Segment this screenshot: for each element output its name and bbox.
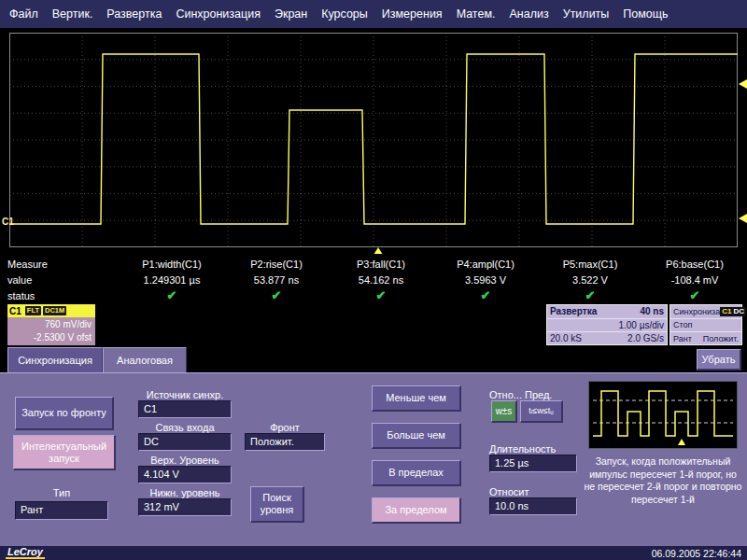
menu-vertical[interactable]: Вертик. — [52, 7, 93, 21]
trigger-type-select[interactable]: Рант — [15, 501, 108, 520]
coupling-badge: DC1M — [43, 306, 66, 315]
duration-label: Длительность — [489, 443, 556, 455]
menu-file[interactable]: Файл — [9, 7, 38, 21]
menu-cursors[interactable]: Курсоры — [321, 7, 368, 21]
width-sigma-button[interactable]: w±s — [491, 400, 517, 423]
measure-param: P1:width(C1) — [120, 256, 224, 272]
type-label: Тип — [15, 487, 108, 498]
greater-than-button[interactable]: Больше чем — [372, 423, 461, 449]
status-check-icon: ✔ — [433, 287, 538, 303]
duration-input[interactable]: 1.25 µs — [489, 455, 577, 472]
oscilloscope-screen: Файл Вертик. Развертка Синхронизация Экр… — [0, 0, 747, 560]
find-level-button[interactable]: Поиск уровня — [250, 486, 304, 523]
status-check-icon: ✔ — [329, 287, 433, 303]
trigger-coupling: DC — [733, 307, 744, 316]
in-range-button[interactable]: В пределах — [372, 460, 461, 486]
timebase-rate: 2.0 GS/s — [627, 333, 664, 343]
edge-trigger-button[interactable]: Запуск по фронту — [15, 397, 114, 430]
out-of-range-button[interactable]: За пределом — [372, 497, 461, 524]
timebase-scale: 1.00 µs/div — [618, 320, 664, 330]
relative-mode-label: Отно... — [489, 389, 525, 400]
source-label: Источник синхр. — [136, 389, 233, 400]
measure-param: P6:base(C1) — [642, 256, 747, 272]
timebase-descriptor[interactable]: Развертка 40 ns 1.00 µs/div 20.0 kS 2.0 … — [546, 304, 668, 345]
channel-scale: 760 mV/div — [7, 318, 92, 331]
trigger-preview-box — [588, 381, 738, 449]
timebase-samples: 20.0 kS — [550, 333, 582, 343]
channel-descriptor-body: 760 mV/div -2.5300 V ofst — [7, 317, 95, 345]
channel-descriptor-header: C1 FLT DC1M — [7, 304, 95, 317]
width-range-button[interactable]: tₗ≤w≤tᵤ — [520, 400, 563, 423]
upper-level-input[interactable]: 4.104 V — [138, 466, 232, 483]
menu-display[interactable]: Экран — [275, 7, 307, 21]
measure-value: 3.5963 V — [433, 272, 538, 287]
menu-help[interactable]: Помощь — [623, 7, 668, 21]
runt-trigger-diagram — [589, 382, 737, 448]
menu-trigger[interactable]: Синхронизация — [176, 7, 261, 21]
measure-panel: Measure P1:width(C1) P2:rise(C1) P3:fall… — [0, 254, 747, 302]
coupling-select[interactable]: DC — [138, 433, 232, 451]
smart-trigger-button[interactable]: Интелектуальный запуск — [13, 435, 116, 470]
c1-trace — [9, 54, 738, 224]
measure-value: -108.4 mV — [642, 272, 747, 287]
status-bar: LeCroy 06.09.2005 22:46:44 — [0, 546, 747, 560]
menu-math[interactable]: Матем. — [457, 7, 496, 21]
status-check-icon: ✔ — [120, 287, 224, 303]
measure-value: 54.162 ns — [329, 272, 433, 287]
menu-measure[interactable]: Измерения — [382, 7, 443, 21]
value-row-label: value — [0, 272, 120, 287]
range-mode-label: Пред. — [525, 389, 564, 400]
timebase-delay: 40 ns — [640, 306, 664, 316]
menu-timebase[interactable]: Развертка — [106, 7, 162, 21]
trigger-type: Рант — [673, 334, 692, 343]
slope-label: Фронт — [245, 422, 325, 433]
trigger-descriptor[interactable]: Синхрониза C1 DC Стоп Рант Положит. — [669, 304, 742, 345]
measure-param: P5:max(C1) — [538, 256, 642, 272]
graticule — [9, 33, 738, 247]
trigger-slope: Положит. — [703, 334, 739, 343]
channel-descriptor[interactable]: C1 FLT DC1M 760 mV/div -2.5300 V ofst — [7, 304, 95, 345]
trigger-source-chip: C1 DC — [720, 307, 746, 316]
channel-offset: -2.5300 V ofst — [7, 331, 92, 344]
lower-level-label: Нижн. уровень — [136, 487, 233, 498]
upper-threshold-marker[interactable] — [739, 79, 747, 89]
channel-name: C1 — [9, 306, 21, 316]
lecroy-logo: LeCroy — [6, 547, 45, 559]
filter-badge: FLT — [25, 306, 41, 315]
measure-param: P4:ampl(C1) — [433, 256, 538, 272]
tab-trigger[interactable]: Синхронизация — [7, 347, 103, 372]
channel-position-marker[interactable]: C1 — [2, 217, 14, 227]
upper-level-label: Верх. Уровень — [136, 455, 233, 466]
trigger-title: Синхрониза — [673, 307, 720, 316]
less-than-button[interactable]: Меньше чем — [372, 385, 461, 412]
close-dialog-button[interactable]: Убрать — [697, 349, 741, 371]
status-row-label: status — [0, 287, 120, 303]
slope-select[interactable]: Положит. — [245, 433, 325, 451]
lower-level-input[interactable]: 312 mV — [138, 498, 232, 516]
datetime: 06.09.2005 22:46:44 — [652, 548, 741, 559]
status-check-icon: ✔ — [642, 287, 747, 303]
status-check-icon: ✔ — [224, 287, 329, 303]
coupling-label: Связь входа — [136, 422, 233, 433]
tab-analog[interactable]: Аналоговая — [103, 347, 187, 372]
waveform-display: C1 — [0, 28, 747, 254]
trigger-source: C1 — [722, 307, 731, 316]
menu-utilities[interactable]: Утилиты — [563, 7, 610, 21]
trigger-source-select[interactable]: C1 — [138, 400, 232, 418]
timebase-title: Развертка — [550, 306, 597, 316]
descriptor-row: C1 FLT DC1M 760 mV/div -2.5300 V ofst Ра… — [0, 302, 747, 347]
menu-analysis[interactable]: Анализ — [509, 7, 548, 21]
relative-input[interactable]: 10.0 ns — [489, 497, 577, 515]
measure-value: 1.249301 µs — [120, 272, 224, 287]
trigger-description: Запуск, когда положительный импульс пере… — [583, 455, 743, 507]
measure-param: P2:rise(C1) — [224, 256, 329, 272]
measure-value: 3.522 V — [538, 272, 642, 287]
dialog-body: Запуск по фронту Интелектуальный запуск … — [0, 372, 747, 546]
relative-label: Относит — [489, 486, 529, 497]
measure-row-label: Measure — [0, 256, 120, 272]
measure-param: P3:fall(C1) — [329, 256, 433, 272]
lower-threshold-marker[interactable] — [739, 214, 747, 223]
measure-value: 53.877 ns — [224, 272, 329, 287]
menu-bar: Файл Вертик. Развертка Синхронизация Экр… — [0, 0, 747, 28]
trigger-mode: Стоп — [673, 320, 692, 329]
